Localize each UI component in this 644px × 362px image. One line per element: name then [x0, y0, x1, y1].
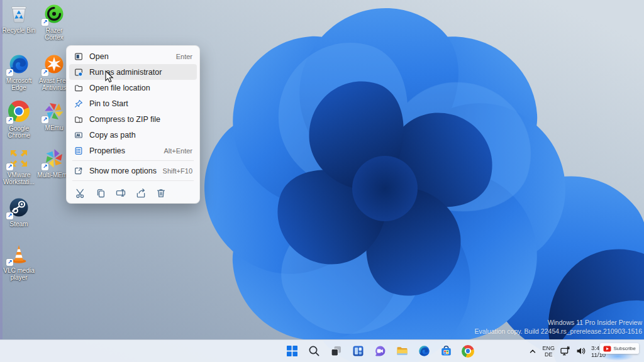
desktop-icon-vlc[interactable]: ↗ VLC mediaplayer: [1, 243, 36, 281]
copy-as-path-icon: [74, 130, 84, 140]
context-menu: Open Enter Run as administrator Open fil…: [66, 45, 200, 204]
file-explorer-button[interactable]: [394, 344, 409, 359]
youtube-icon: [603, 346, 611, 352]
memu-icon: ↗: [43, 100, 65, 123]
shortcut-arrow-badge: ↗: [6, 163, 13, 170]
subscribe-label: Subscribe: [613, 346, 636, 351]
desktop-icon-razer-cortex[interactable]: ↗ Razer Cortex: [36, 3, 72, 41]
shortcut-arrow-badge: ↗: [6, 259, 13, 266]
hidden-icons-chevron[interactable]: [528, 347, 537, 356]
desktop-icon-vmware[interactable]: ↗ VMwareWorkstati...: [1, 147, 36, 185]
share-icon[interactable]: [135, 187, 147, 199]
run-as-admin-icon: [74, 67, 84, 77]
subscribe-button[interactable]: Subscribe: [600, 343, 639, 354]
chevron-up-icon: [528, 347, 537, 356]
network-icon: [560, 346, 570, 356]
language-indicator[interactable]: ENG DE: [542, 345, 555, 358]
properties-icon: [74, 146, 84, 156]
taskbar-center-icons: [284, 340, 475, 362]
widgets-icon: [352, 344, 365, 358]
search-button[interactable]: [306, 344, 321, 359]
file-explorer-icon: [396, 344, 409, 358]
shortcut-arrow-badge: ↗: [6, 69, 13, 76]
watermark: Windows 11 Pro Insider Preview Evaluatio…: [474, 318, 642, 336]
start-button[interactable]: [284, 344, 299, 359]
shortcut-arrow-badge: ↗: [6, 212, 13, 219]
razer-cortex-icon: ↗: [43, 3, 65, 25]
desktop-icon-google-chrome[interactable]: ↗ GoogleChrome: [1, 100, 36, 139]
chrome-icon: ↗: [8, 101, 30, 123]
vmware-icon: ↗: [8, 147, 30, 170]
watermark-line2: Evaluation copy. Build 22454.rs_prerelea…: [474, 327, 642, 336]
menu-item-copy-as-path[interactable]: Copy as path: [69, 127, 197, 143]
desktop: Windows 11 Pro Insider Preview Evaluatio…: [0, 0, 644, 362]
menu-item-pin-to-start[interactable]: Pin to Start: [69, 96, 197, 111]
desktop-icon-microsoft-edge[interactable]: ↗ MicrosoftEdge: [1, 53, 36, 91]
task-view-button[interactable]: [328, 344, 343, 359]
shortcut-arrow-badge: ↗: [42, 69, 48, 76]
menu-item-show-more-options[interactable]: Show more options Shift+F10: [69, 163, 197, 178]
menu-action-row: [69, 183, 197, 200]
task-view-icon: [330, 344, 343, 358]
chrome-icon: [462, 345, 474, 358]
multi-memu-icon: ↗: [43, 147, 65, 170]
edge-icon: ↗: [8, 53, 30, 75]
microsoft-store-icon: [440, 344, 453, 358]
recycle-bin-icon: [8, 3, 30, 25]
copy-icon[interactable]: [95, 187, 106, 199]
menu-item-open[interactable]: Open Enter: [69, 48, 197, 64]
vlc-icon: ↗: [8, 243, 30, 265]
network-indicator[interactable]: [560, 346, 570, 356]
menu-item-properties[interactable]: Properties Alt+Enter: [69, 143, 197, 158]
edge-icon: [418, 344, 431, 358]
open-icon: [74, 52, 84, 62]
chrome-button[interactable]: [460, 344, 475, 359]
steam-icon: ↗: [8, 196, 30, 219]
microsoft-store-button[interactable]: [438, 344, 453, 359]
menu-item-run-as-administrator[interactable]: Run as administrator: [69, 64, 197, 80]
menu-separator: [72, 160, 194, 161]
mouse-cursor: [105, 70, 114, 84]
desktop-icon-recycle-bin[interactable]: Recycle Bin: [1, 3, 36, 34]
volume-indicator[interactable]: [575, 346, 586, 356]
zip-folder-icon: [74, 114, 84, 124]
watermark-line1: Windows 11 Pro Insider Preview: [474, 318, 642, 327]
cut-icon[interactable]: [75, 187, 86, 199]
delete-icon[interactable]: [155, 187, 167, 199]
speaker-icon: [575, 346, 586, 356]
rename-icon[interactable]: [115, 187, 126, 199]
shortcut-arrow-badge: ↗: [6, 117, 13, 124]
show-more-options-icon: [74, 166, 84, 176]
chat-button[interactable]: [372, 344, 387, 359]
edge-button[interactable]: [416, 344, 431, 359]
taskbar: ENG DE 3:4 11/10: [0, 339, 644, 362]
folder-icon: [74, 83, 84, 93]
menu-separator: [72, 180, 194, 181]
chat-icon: [374, 344, 387, 358]
shortcut-arrow-badge: ↗: [42, 116, 48, 123]
desktop-icon-steam[interactable]: ↗ Steam: [1, 196, 36, 228]
shortcut-arrow-badge: ↗: [42, 163, 48, 170]
search-icon: [308, 344, 321, 358]
avast-icon: ↗: [43, 53, 65, 75]
windows-logo-icon: [286, 344, 299, 358]
menu-item-open-file-location[interactable]: Open file location: [69, 80, 197, 96]
menu-item-compress-zip[interactable]: Compress to ZIP file: [69, 111, 197, 127]
pin-icon: [74, 99, 84, 109]
shortcut-arrow-badge: ↗: [42, 19, 48, 26]
widgets-button[interactable]: [350, 344, 365, 359]
